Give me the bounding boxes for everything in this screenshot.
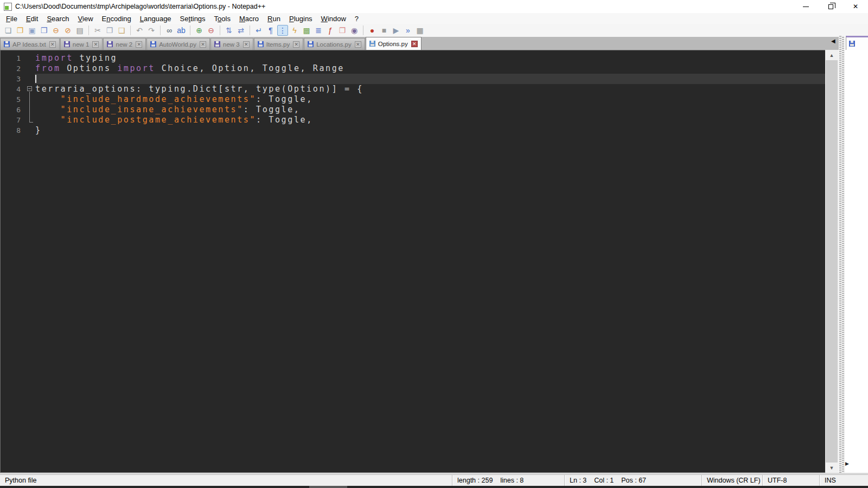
fold-margin-box[interactable]: − (25, 84, 35, 94)
editor-vertical-scrollbar[interactable]: ▲ ▼ (825, 50, 838, 473)
toolbar-separator (363, 25, 363, 35)
tab-close-icon[interactable]: ✕ (355, 41, 361, 48)
cut-icon[interactable]: ✂ (92, 25, 103, 36)
zoom-out-icon[interactable]: ⊖ (206, 25, 216, 36)
redo-icon[interactable]: ↷ (146, 25, 157, 36)
code-line-8[interactable]: 8} (1, 125, 825, 136)
tab-ap-ideas-txt[interactable]: AP Ideas.txt✕ (0, 38, 60, 50)
document-map-icon[interactable]: ▩ (301, 25, 312, 36)
notepadpp-logo-icon[interactable] (4, 3, 12, 11)
menu-help[interactable]: ? (350, 14, 363, 24)
fold-collapse-icon[interactable]: − (27, 86, 32, 91)
find-icon[interactable]: ∞ (164, 25, 175, 36)
sync-vertical-scroll-icon[interactable]: ⇅ (224, 25, 234, 36)
tab-scroll-left-icon[interactable]: ◀ (831, 38, 835, 44)
tab-close-icon[interactable]: ✕ (136, 41, 142, 48)
tab-locations-py[interactable]: Locations.py✕ (304, 38, 365, 50)
line-number: 6 (1, 106, 25, 114)
second-view-scroll-right-icon[interactable]: ▶ (845, 461, 849, 466)
code-line-3[interactable]: 3 (1, 74, 825, 84)
scroll-down-icon[interactable]: ▼ (825, 463, 838, 473)
tab-close-icon[interactable]: ✕ (49, 41, 56, 48)
show-all-characters-icon[interactable]: ¶ (265, 25, 276, 36)
restore-button[interactable] (818, 0, 843, 13)
code-line-7[interactable]: 7 "include_postgame_achievements": Toggl… (1, 115, 825, 125)
floppy-save-icon (308, 41, 314, 47)
open-file-icon[interactable]: ❐ (15, 25, 25, 36)
menu-bar: FileEditSearchViewEncodingLanguageSettin… (0, 13, 868, 24)
menu-search[interactable]: Search (42, 14, 73, 24)
folder-as-workspace-icon[interactable]: ❐ (337, 25, 348, 36)
paste-icon[interactable]: ❑ (116, 25, 127, 36)
toolbar-separator (250, 25, 250, 35)
tab-close-icon[interactable]: ✕ (411, 41, 418, 47)
tab-new-1[interactable]: new 1✕ (60, 38, 103, 50)
second-view-tab[interactable] (846, 36, 868, 50)
monitoring-eye-icon[interactable]: ◉ (349, 25, 360, 36)
replace-icon[interactable]: ab (176, 25, 187, 36)
show-indent-guide-icon[interactable]: ⋮ (277, 25, 288, 36)
tab-close-icon[interactable]: ✕ (92, 41, 99, 48)
macro-run-multiple-icon[interactable]: » (403, 25, 413, 36)
view-splitter[interactable] (839, 36, 845, 473)
line-number: 3 (1, 75, 25, 83)
macro-record-icon[interactable]: ● (367, 25, 378, 36)
status-encoding[interactable]: UTF-8 (762, 475, 819, 486)
macro-play-icon[interactable]: ▶ (391, 25, 401, 36)
menu-macro[interactable]: Macro (235, 14, 263, 24)
tab-options-py[interactable]: Options.py✕ (366, 37, 422, 50)
menu-tools[interactable]: Tools (210, 14, 235, 24)
close-all-icon[interactable]: ⊘ (62, 25, 73, 36)
new-file-icon[interactable]: ❏ (3, 25, 14, 36)
menu-window[interactable]: Window (317, 14, 350, 24)
tab-close-icon[interactable]: ✕ (293, 41, 299, 48)
menu-file[interactable]: File (2, 14, 22, 24)
code-lines: 1import typing2from Options import Choic… (1, 50, 825, 136)
tab-items-py[interactable]: Items.py✕ (254, 38, 303, 50)
scrollbar-thumb[interactable] (826, 60, 838, 463)
status-typing-mode[interactable]: INS (819, 475, 868, 486)
tab-close-icon[interactable]: ✕ (243, 41, 250, 48)
code-line-2[interactable]: 2from Options import Choice, Option, Tog… (1, 63, 825, 74)
menu-run[interactable]: Run (263, 14, 285, 24)
word-wrap-icon[interactable]: ↵ (253, 25, 264, 36)
code-text: } (35, 125, 825, 136)
close-button[interactable]: ✕ (843, 0, 868, 13)
view-file-icon[interactable]: ƒ (325, 25, 336, 36)
function-list-icon[interactable]: ϟ (289, 25, 300, 36)
code-line-1[interactable]: 1import typing (1, 53, 825, 63)
save-icon[interactable]: ▣ (27, 25, 37, 36)
sync-horizontal-scroll-icon[interactable]: ⇄ (235, 25, 246, 36)
print-icon[interactable]: ▤ (74, 25, 85, 36)
minimize-button[interactable] (793, 0, 818, 13)
tab-autoworld-py[interactable]: AutoWorld.py✕ (146, 38, 210, 50)
macro-stop-icon[interactable]: ■ (379, 25, 390, 36)
scroll-up-icon[interactable]: ▲ (825, 50, 838, 60)
macro-save-icon[interactable]: ▦ (414, 25, 425, 36)
token-default: Options (61, 63, 118, 73)
menu-edit[interactable]: Edit (22, 14, 42, 24)
status-eol-format[interactable]: Windows (CR LF) (701, 475, 762, 486)
zoom-in-icon[interactable]: ⊕ (194, 25, 205, 36)
tab-close-icon[interactable]: ✕ (200, 41, 206, 48)
menu-plugins[interactable]: Plugins (285, 14, 317, 24)
undo-icon[interactable]: ↶ (134, 25, 145, 36)
editor[interactable]: 1import typing2from Options import Choic… (0, 50, 825, 473)
copy-icon[interactable]: ❐ (104, 25, 115, 36)
menu-view[interactable]: View (74, 14, 98, 24)
save-all-icon[interactable]: ❒ (39, 25, 49, 36)
code-line-4[interactable]: 4−terraria_options: typing.Dict[str, typ… (1, 84, 825, 94)
menu-settings[interactable]: Settings (176, 14, 210, 24)
code-line-5[interactable]: 5 "include_hardmode_achievements": Toggl… (1, 94, 825, 105)
menu-encoding[interactable]: Encoding (98, 14, 136, 24)
text-cursor (35, 75, 36, 83)
token-default: } (35, 125, 42, 135)
code-line-6[interactable]: 6 "include_insane_achievements": Toggle, (1, 105, 825, 115)
fold-margin (25, 63, 35, 74)
close-file-icon[interactable]: ⊖ (50, 25, 61, 36)
tab-new-3[interactable]: new 3✕ (210, 38, 253, 50)
tab-new-2[interactable]: new 2✕ (103, 38, 146, 50)
menu-language[interactable]: Language (136, 14, 176, 24)
toolbar-separator (130, 25, 131, 35)
document-list-icon[interactable]: ≣ (313, 25, 324, 36)
